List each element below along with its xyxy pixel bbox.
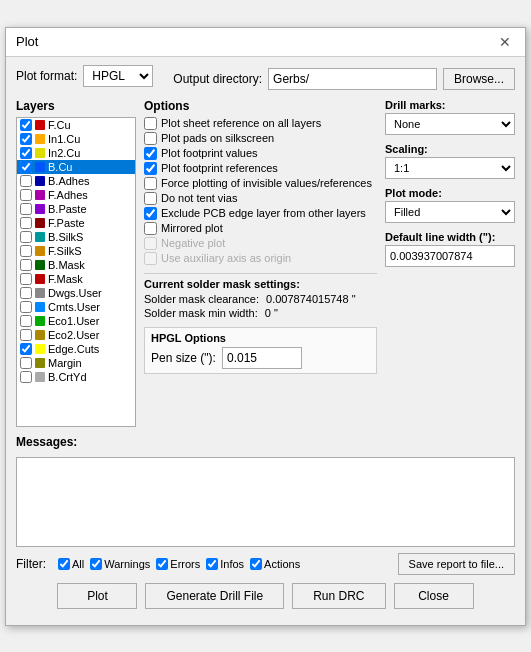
layer-checkbox[interactable]	[20, 231, 32, 243]
option-label: Plot footprint references	[161, 162, 278, 174]
solder-mask-clearance: Solder mask clearance: 0.007874015748 "	[144, 293, 377, 305]
layer-color-dot	[35, 134, 45, 144]
layer-name: B.Adhes	[48, 175, 90, 187]
option-checkbox[interactable]	[144, 207, 157, 220]
layer-checkbox[interactable]	[20, 175, 32, 187]
layer-color-dot	[35, 120, 45, 130]
layer-checkbox[interactable]	[20, 259, 32, 271]
scaling-section: Scaling: 1:1 1:2 2:1 Auto	[385, 143, 515, 179]
output-dir-row: Output directory: Browse...	[173, 68, 515, 90]
layer-checkbox[interactable]	[20, 203, 32, 215]
layer-item[interactable]: B.Paste	[17, 202, 135, 216]
filter-errors-checkbox[interactable]	[156, 558, 168, 570]
layer-item[interactable]: B.Mask	[17, 258, 135, 272]
layer-checkbox[interactable]	[20, 315, 32, 327]
layer-item[interactable]: F.Cu	[17, 118, 135, 132]
main-area: Layers F.CuIn1.CuIn2.CuB.CuB.AdhesF.Adhe…	[16, 99, 515, 427]
layer-checkbox[interactable]	[20, 161, 32, 173]
layer-item[interactable]: B.Cu	[17, 160, 135, 174]
option-checkbox[interactable]	[144, 192, 157, 205]
close-icon[interactable]: ✕	[495, 34, 515, 50]
layer-item[interactable]: In2.Cu	[17, 146, 135, 160]
option-checkbox[interactable]	[144, 117, 157, 130]
option-label: Plot sheet reference on all layers	[161, 117, 321, 129]
hpgl-pen-size-label: Pen size ("):	[151, 351, 216, 365]
layer-checkbox[interactable]	[20, 357, 32, 369]
format-label: Plot format:	[16, 69, 77, 83]
layer-item[interactable]: Edge.Cuts	[17, 342, 135, 356]
run-drc-button[interactable]: Run DRC	[292, 583, 385, 609]
filter-infos-label: Infos	[220, 558, 244, 570]
layer-item[interactable]: F.Mask	[17, 272, 135, 286]
option-checkbox[interactable]	[144, 177, 157, 190]
layer-name: Eco2.User	[48, 329, 99, 341]
layer-item[interactable]: Dwgs.User	[17, 286, 135, 300]
option-checkbox-row: Exclude PCB edge layer from other layers	[144, 207, 377, 220]
option-checkbox-row: Use auxiliary axis as origin	[144, 252, 377, 265]
layer-item[interactable]: B.CrtYd	[17, 370, 135, 384]
option-checkbox[interactable]	[144, 222, 157, 235]
option-checkbox[interactable]	[144, 132, 157, 145]
plot-mode-select[interactable]: Filled Sketch	[385, 201, 515, 223]
layer-checkbox[interactable]	[20, 217, 32, 229]
solder-mask-title: Current solder mask settings:	[144, 278, 377, 290]
messages-label: Messages:	[16, 435, 515, 449]
layer-item[interactable]: F.SilkS	[17, 244, 135, 258]
default-line-width-label: Default line width ("):	[385, 231, 515, 243]
layer-item[interactable]: Cmts.User	[17, 300, 135, 314]
option-checkbox[interactable]	[144, 147, 157, 160]
layer-checkbox[interactable]	[20, 245, 32, 257]
layer-item[interactable]: F.Adhes	[17, 188, 135, 202]
layer-item[interactable]: Margin	[17, 356, 135, 370]
filter-actions-checkbox[interactable]	[250, 558, 262, 570]
layer-checkbox[interactable]	[20, 119, 32, 131]
layer-checkbox[interactable]	[20, 287, 32, 299]
scaling-select[interactable]: 1:1 1:2 2:1 Auto	[385, 157, 515, 179]
browse-button[interactable]: Browse...	[443, 68, 515, 90]
layer-item[interactable]: Eco2.User	[17, 328, 135, 342]
layer-name: F.SilkS	[48, 245, 82, 257]
plot-button[interactable]: Plot	[57, 583, 137, 609]
layer-checkbox[interactable]	[20, 301, 32, 313]
generate-drill-button[interactable]: Generate Drill File	[145, 583, 284, 609]
layer-item[interactable]: B.Adhes	[17, 174, 135, 188]
window-content: Plot format: HPGL Output directory: Brow…	[6, 57, 525, 625]
layer-name: In2.Cu	[48, 147, 80, 159]
layer-color-dot	[35, 232, 45, 242]
filter-warnings-checkbox[interactable]	[90, 558, 102, 570]
layer-item[interactable]: B.SilkS	[17, 230, 135, 244]
option-label: Plot pads on silkscreen	[161, 132, 274, 144]
layer-item[interactable]: In1.Cu	[17, 132, 135, 146]
layer-item[interactable]: F.Paste	[17, 216, 135, 230]
format-select[interactable]: HPGL	[83, 65, 153, 87]
plot-window: Plot ✕ Plot format: HPGL Output director…	[5, 27, 526, 626]
layer-checkbox[interactable]	[20, 343, 32, 355]
layer-color-dot	[35, 344, 45, 354]
drill-marks-select[interactable]: None Small Actual size	[385, 113, 515, 135]
default-line-width-section: Default line width ("):	[385, 231, 515, 267]
save-report-button[interactable]: Save report to file...	[398, 553, 515, 575]
layer-name: Eco1.User	[48, 315, 99, 327]
layer-checkbox[interactable]	[20, 133, 32, 145]
default-line-width-input[interactable]	[385, 245, 515, 267]
layer-color-dot	[35, 204, 45, 214]
layer-checkbox[interactable]	[20, 329, 32, 341]
drill-marks-section: Drill marks: None Small Actual size	[385, 99, 515, 135]
close-button[interactable]: Close	[394, 583, 474, 609]
layers-list[interactable]: F.CuIn1.CuIn2.CuB.CuB.AdhesF.AdhesB.Past…	[16, 117, 136, 427]
output-dir-input[interactable]	[268, 68, 437, 90]
filter-infos-checkbox[interactable]	[206, 558, 218, 570]
layer-name: F.Mask	[48, 273, 83, 285]
layer-checkbox[interactable]	[20, 189, 32, 201]
option-checkbox[interactable]	[144, 162, 157, 175]
filter-warnings-label: Warnings	[104, 558, 150, 570]
layer-checkbox[interactable]	[20, 273, 32, 285]
layers-panel: Layers F.CuIn1.CuIn2.CuB.CuB.AdhesF.Adhe…	[16, 99, 136, 427]
layer-color-dot	[35, 218, 45, 228]
hpgl-pen-size-input[interactable]	[222, 347, 302, 369]
layer-checkbox[interactable]	[20, 371, 32, 383]
messages-section: Messages:	[16, 435, 515, 547]
filter-all-checkbox[interactable]	[58, 558, 70, 570]
layer-checkbox[interactable]	[20, 147, 32, 159]
layer-item[interactable]: Eco1.User	[17, 314, 135, 328]
